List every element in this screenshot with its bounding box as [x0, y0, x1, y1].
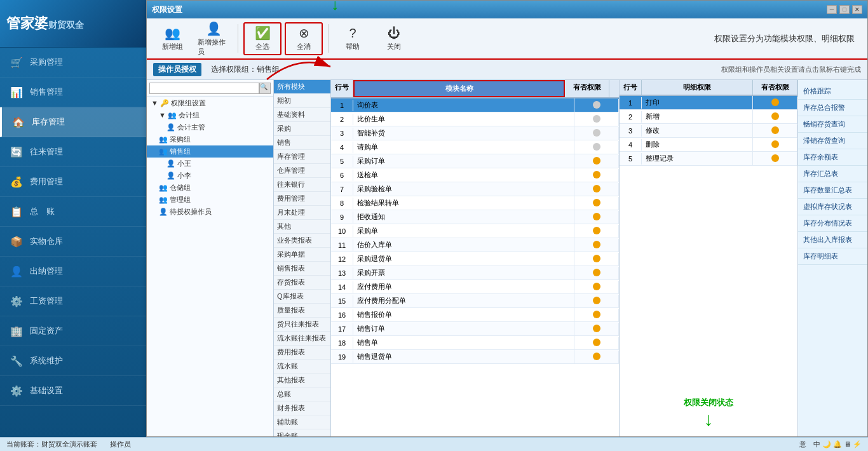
tree-node-xiao-li[interactable]: 👤 小李	[147, 170, 273, 182]
table-row[interactable]: 17 销售订单	[331, 322, 619, 336]
sidebar-item-fixed[interactable]: 🏢 固定资产	[0, 316, 146, 346]
sidebar-item-ledger[interactable]: 📋 总 账	[0, 197, 146, 227]
quick-access-item[interactable]: 库存明细表	[798, 248, 867, 265]
category-item[interactable]: 辅助账	[274, 415, 330, 429]
detail-row[interactable]: 5 整理记录	[620, 152, 797, 166]
row-perm[interactable]	[574, 351, 619, 363]
row-perm[interactable]	[574, 309, 619, 321]
category-item[interactable]: 流水账往来报表	[274, 332, 330, 346]
category-item[interactable]: 财务报表	[274, 401, 330, 415]
row-perm[interactable]	[574, 267, 619, 279]
quick-access-item[interactable]: 库存汇总表	[798, 166, 867, 182]
sidebar-item-physical[interactable]: 📦 实物仓库	[0, 227, 146, 257]
row-perm[interactable]	[574, 253, 619, 266]
row-perm[interactable]	[574, 281, 619, 293]
table-row[interactable]: 19 销售退货单	[331, 350, 619, 364]
deselect-all-button[interactable]: ⊗ 全消	[285, 22, 323, 55]
category-item[interactable]: 货只往来报表	[274, 318, 330, 332]
category-item[interactable]: 销售	[274, 136, 330, 150]
tree-node-mgmt-group[interactable]: 👥 管理组	[147, 194, 273, 206]
detail-row-perm[interactable]	[753, 152, 797, 165]
quick-access-item[interactable]: 其他出入库报表	[798, 232, 867, 248]
category-item[interactable]: 采购单据	[274, 248, 330, 262]
category-item[interactable]: Q库报表	[274, 290, 330, 304]
row-perm[interactable]	[574, 183, 619, 196]
detail-row-perm[interactable]	[753, 97, 797, 109]
row-perm[interactable]	[574, 337, 619, 349]
category-item[interactable]: 现金账	[274, 429, 330, 436]
category-item[interactable]: 其他报表	[274, 374, 330, 387]
detail-row[interactable]: 4 删除	[620, 138, 797, 152]
row-perm[interactable]	[574, 155, 619, 168]
row-perm[interactable]	[574, 197, 619, 210]
dialog-minimize[interactable]: ─	[827, 5, 837, 14]
help-button[interactable]: ? 帮助	[334, 22, 372, 55]
table-row[interactable]: 7 采购验检单	[331, 182, 619, 196]
sidebar-item-basic[interactable]: ⚙️ 基础设置	[0, 376, 146, 406]
table-row[interactable]: 14 应付费用单	[331, 280, 619, 294]
table-row[interactable]: 13 采购开票	[331, 266, 619, 280]
category-item[interactable]: 期初	[274, 94, 330, 108]
table-row[interactable]: 11 估价入库单	[331, 238, 619, 252]
category-item[interactable]: 业务类报表	[274, 234, 330, 248]
sidebar-item-warehouse[interactable]: 🏠 库存管理	[0, 107, 146, 137]
tree-node-sales-group[interactable]: 👥 销售组	[147, 145, 273, 158]
quick-access-item[interactable]: 库存余额表	[798, 149, 867, 166]
category-item[interactable]: 总账	[274, 387, 330, 401]
row-perm[interactable]	[574, 169, 619, 182]
detail-row-perm[interactable]	[753, 125, 797, 137]
category-item[interactable]: 采购	[274, 122, 330, 136]
detail-row-perm[interactable]	[753, 111, 797, 123]
tree-search-input[interactable]	[149, 83, 259, 94]
category-item[interactable]: 往来银行	[274, 178, 330, 192]
row-perm[interactable]	[574, 323, 619, 335]
row-perm[interactable]	[574, 113, 619, 126]
add-operator-button[interactable]: 👤 新增操作员	[194, 22, 233, 55]
tree-node-root[interactable]: ▼ 🔑 权限组设置	[147, 97, 273, 109]
quick-access-item[interactable]: 畅销存货查询	[798, 116, 867, 133]
sidebar-item-cashier[interactable]: 👤 出纳管理	[0, 257, 146, 286]
table-row[interactable]: 9 拒收通知	[331, 210, 619, 224]
tree-node-chief[interactable]: 👤 会计主管	[147, 121, 273, 133]
quick-access-item[interactable]: 虚拟库存状况表	[798, 199, 867, 215]
category-item[interactable]: 费用管理	[274, 192, 330, 206]
category-item[interactable]: 库存管理	[274, 150, 330, 164]
table-row[interactable]: 1 询价表	[331, 98, 619, 112]
detail-row[interactable]: 2 新增	[620, 110, 797, 124]
table-row[interactable]: 4 请购单	[331, 140, 619, 154]
quick-access-item[interactable]: 库存数量汇总表	[798, 182, 867, 199]
row-perm[interactable]	[574, 239, 619, 252]
row-perm[interactable]	[574, 295, 619, 307]
quick-access-item[interactable]: 价格跟踪	[798, 83, 867, 100]
sidebar-item-transaction[interactable]: 🔄 往来管理	[0, 137, 146, 167]
table-row[interactable]: 8 检验结果转单	[331, 196, 619, 210]
tree-node-xiao-wang[interactable]: 👤 小王	[147, 158, 273, 170]
row-perm[interactable]	[574, 225, 619, 238]
select-all-button[interactable]: ✅ 全选	[243, 22, 281, 55]
category-item[interactable]: 月末处理	[274, 206, 330, 220]
row-perm[interactable]	[574, 211, 619, 224]
row-perm[interactable]	[574, 99, 619, 112]
sidebar-item-sales[interactable]: 📊 销售管理	[0, 77, 146, 107]
category-item[interactable]: 质量报表	[274, 304, 330, 318]
table-row[interactable]: 3 智能补货	[331, 126, 619, 140]
add-group-button[interactable]: 👥 新增组	[153, 22, 191, 55]
table-row[interactable]: 15 应付费用分配单	[331, 294, 619, 308]
table-row[interactable]: 6 送检单	[331, 168, 619, 182]
dialog-close[interactable]: ✕	[852, 5, 862, 14]
detail-row-perm[interactable]	[753, 138, 797, 151]
category-item[interactable]: 仓库管理	[274, 164, 330, 178]
quick-access-item[interactable]: 库存总合报警	[798, 100, 867, 116]
dialog-maximize[interactable]: □	[839, 5, 850, 14]
category-item[interactable]: 基础资料	[274, 108, 330, 122]
table-row[interactable]: 2 比价生单	[331, 112, 619, 126]
category-item[interactable]: 流水账	[274, 360, 330, 374]
close-button[interactable]: ⏻ 关闭	[375, 22, 413, 55]
tree-node-accounting[interactable]: ▼ 👥 会计组	[147, 109, 273, 121]
table-row[interactable]: 5 采购订单	[331, 154, 619, 168]
quick-access-item[interactable]: 滞销存货查询	[798, 133, 867, 149]
quick-access-item[interactable]: 库存分布情况表	[798, 215, 867, 232]
category-item[interactable]: 所有模块	[274, 80, 330, 94]
tree-node-pending[interactable]: 👤 待授权操作员	[147, 206, 273, 218]
tree-search-button[interactable]: 🔍	[259, 83, 271, 94]
